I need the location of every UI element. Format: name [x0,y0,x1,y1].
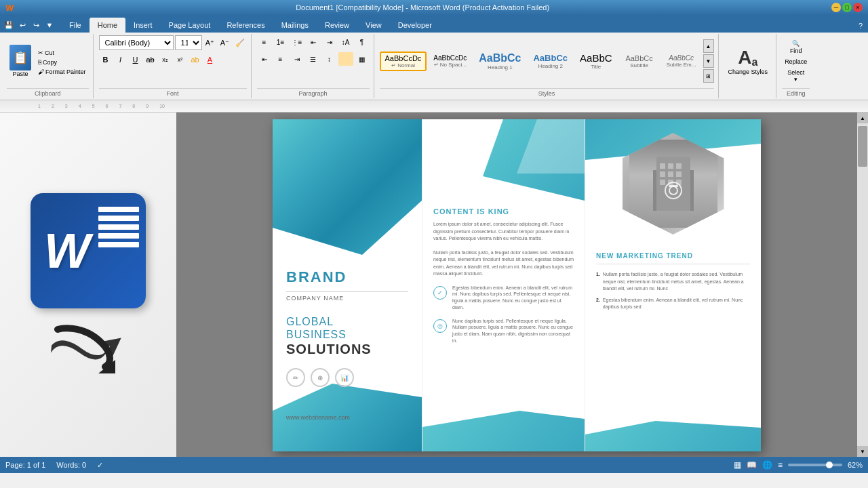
social-icons: ✏ ⊕ 📊 [286,368,408,387]
para-row1: ≡ 1≡ ⋮≡ ⇤ ⇥ ↕A ¶ [257,35,370,49]
font-name-row: Calibri (Body) 11 A⁺ A⁻ 🧹 [99,35,247,50]
ribbon-tabs: File Home Insert Page Layout References … [58,15,853,33]
brochure-panel1: BRAND COMPANY NAME GLOBAL BUSINESS SOLUT… [273,119,422,451]
styles-more[interactable]: ⊞ [703,69,714,83]
binoculars-icon: 🔍 [792,40,800,47]
save-qa-button[interactable]: 💾 [3,19,15,31]
brochure: BRAND COMPANY NAME GLOBAL BUSINESS SOLUT… [273,119,761,451]
style-subtitle-label: Subtitle [625,62,654,68]
styles-scroll-up[interactable]: ▲ [703,39,714,53]
increase-indent-button[interactable]: ⇥ [322,35,337,49]
italic-button[interactable]: I [114,53,127,66]
logo-line [98,207,139,212]
align-left-button[interactable]: ⇤ [257,52,272,66]
paragraph-content: ≡ 1≡ ⋮≡ ⇤ ⇥ ↕A ¶ ⇤ ≡ ⇥ ☰ ↕ ▦ [257,35,370,87]
decrease-indent-button[interactable]: ⇤ [306,35,321,49]
doc-area[interactable]: BRAND COMPANY NAME GLOBAL BUSINESS SOLUT… [176,113,857,457]
styles-scroll-down[interactable]: ▼ [703,54,714,68]
zoom-thumb[interactable] [826,462,833,468]
para-row2: ⇤ ≡ ⇥ ☰ ↕ ▦ [257,52,370,66]
web-view-icon[interactable]: 🌐 [762,460,772,470]
style-h1[interactable]: AaBbCc Heading 1 [473,49,526,73]
tab-references[interactable]: References [218,18,273,33]
style-h1-text: AaBbCc [479,52,521,64]
read-view-icon[interactable]: 📖 [747,460,757,470]
style-nospace[interactable]: AaBbCcDc ↵ No Spaci... [428,52,472,70]
multilevel-button[interactable]: ⋮≡ [290,35,304,49]
shading-button[interactable] [338,52,353,66]
minimize-button[interactable]: ─ [831,3,841,12]
copy-button[interactable]: ⎘ Copy [35,58,89,66]
style-h2[interactable]: AaBbCc Heading 2 [528,50,573,72]
select-button[interactable]: Select ▾ [782,68,810,84]
bullets-button[interactable]: ≡ [257,35,272,49]
align-center-button[interactable]: ≡ [273,52,288,66]
tab-file[interactable]: File [61,18,90,33]
select-label: Select [787,69,804,76]
ruler-mark: 5 [87,104,100,108]
ruler-mark: 2 [46,104,60,108]
scroll-up-button[interactable]: ▲ [857,113,868,123]
ruler-marks: 1 2 3 4 5 6 7 8 9 10 [33,104,170,108]
tab-review[interactable]: Review [317,18,357,33]
tab-developer[interactable]: Developer [390,18,440,33]
superscript-button[interactable]: x² [174,53,187,66]
border-button[interactable]: ▦ [355,52,370,66]
arrow-area [47,319,129,376]
font-size-select[interactable]: 11 [175,35,202,50]
logo-line [98,216,139,221]
sort-button[interactable]: ↕A [338,35,353,49]
undo-qa-button[interactable]: ↩ [16,19,28,31]
text-highlight-button[interactable]: ab [189,53,202,66]
tab-pagelayout[interactable]: Page Layout [161,18,219,33]
close-button[interactable]: × [853,3,863,12]
font-name-select[interactable]: Calibri (Body) [99,35,174,50]
customize-qa-button[interactable]: ▼ [43,19,56,31]
align-right-button[interactable]: ⇥ [290,52,304,66]
subscript-button[interactable]: x₂ [159,53,172,66]
ruler-mark: 9 [140,104,154,108]
scroll-thumb[interactable] [858,126,867,167]
style-title[interactable]: AaBbC Title [574,49,618,73]
tab-mailings[interactable]: Mailings [273,18,317,33]
numbering-button[interactable]: 1≡ [273,35,288,49]
tab-home[interactable]: Home [90,18,125,33]
justify-button[interactable]: ☰ [306,52,321,66]
tab-insert[interactable]: Insert [125,18,161,33]
building-image [623,133,724,235]
line-spacing-button[interactable]: ↕ [322,52,337,66]
bold-button[interactable]: B [99,53,113,66]
underline-button[interactable]: U [129,53,142,66]
clear-format-button[interactable]: 🧹 [233,36,247,49]
feature-icon-2: ◎ [433,319,447,333]
format-painter-button[interactable]: 🖌 Format Painter [35,68,89,76]
ruler-mark: 10 [154,104,170,108]
find-button[interactable]: 🔍 Find [782,39,810,56]
change-styles-button[interactable]: A a Change Styles [724,44,772,79]
redo-qa-button[interactable]: ↪ [30,19,42,31]
style-normal[interactable]: AaBbCcDc ↵ Normal [380,52,427,71]
style-subtitle[interactable]: AaBbCc Subtitle [619,52,660,71]
aa-big-icon: A [738,47,751,68]
style-subtle-em[interactable]: AaBbCc Subtle Em... [661,52,702,70]
tab-view[interactable]: View [357,18,390,33]
cut-button[interactable]: ✂ Cut [35,49,89,57]
outline-view-icon[interactable]: ≡ [778,460,783,470]
font-grow-button[interactable]: A⁺ [203,36,217,49]
font-color-button[interactable]: A [203,53,217,66]
scroll-down-button[interactable]: ▼ [857,446,868,457]
format-painter-icon: 🖌 [38,68,44,75]
layout-view-icon[interactable]: ▦ [734,460,741,470]
help-button[interactable]: ? [853,19,868,33]
show-marks-button[interactable]: ¶ [355,35,370,49]
feature-icon-1: ✓ [433,286,447,300]
status-right: ▦ 📖 🌐 ≡ 62% [734,460,863,470]
vertical-scrollbar[interactable]: ▲ ▼ [857,113,868,457]
strikethrough-button[interactable]: ab [144,53,157,66]
title-bar-controls[interactable]: ─ □ × [831,3,863,12]
zoom-slider[interactable] [788,464,842,466]
maximize-button[interactable]: □ [842,3,852,12]
replace-button[interactable]: Replace [782,57,810,66]
font-shrink-button[interactable]: A⁻ [218,36,232,49]
paste-button[interactable]: 📋 Paste [7,43,34,79]
